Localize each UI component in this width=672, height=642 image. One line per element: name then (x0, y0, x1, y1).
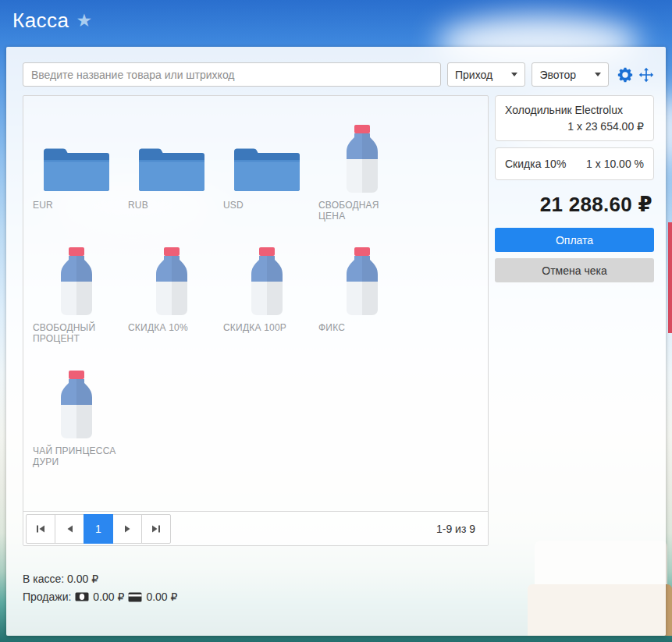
pagination-range: 1-9 из 9 (436, 523, 475, 535)
product-tile-usd[interactable]: USD (219, 104, 314, 226)
last-page-icon (151, 525, 161, 533)
product-tile-label: СВОБОДНАЯ ЦЕНА (318, 200, 406, 222)
pager-buttons: 1 (26, 514, 171, 544)
bottle-icon (318, 112, 406, 193)
product-tile-label: USD (223, 200, 311, 211)
pay-button[interactable]: Оплата (495, 228, 654, 252)
product-grid-panel: EUR RUB USD (23, 95, 489, 546)
content-row: EUR RUB USD (23, 95, 654, 546)
footer-info: В кассе: 0.00 ₽ Продажи: 0.00 ₽ 0.00 ₽ (23, 573, 654, 603)
cash-in-register-label: В кассе: 0.00 ₽ (23, 573, 98, 585)
product-tile-free-percent[interactable]: СВОБОДНЫЙ ПРОЦЕНТ (28, 226, 123, 349)
receipt-item-name: Скидка 10% (505, 158, 566, 170)
star-icon: ★ (76, 10, 93, 31)
device-select[interactable]: Эвотор (532, 62, 609, 87)
next-page-icon (124, 525, 131, 533)
first-page-button[interactable] (26, 514, 55, 544)
main-panel: Приход Эвотор (6, 47, 666, 636)
receipt-item-price: 1 x 23 654.00 ₽ (505, 120, 644, 133)
pagination-bar: 1 1-9 из 9 (23, 511, 488, 545)
operation-select[interactable]: Приход (447, 62, 525, 87)
cash-in-register-row: В кассе: 0.00 ₽ (23, 573, 654, 585)
product-tile-discount-10[interactable]: СКИДКА 10% (123, 226, 219, 349)
background-detail (668, 222, 672, 333)
product-tile-label: ЧАЙ ПРИНЦЕССА ДУРИ (33, 445, 120, 467)
folder-icon (223, 112, 311, 193)
device-select-value: Эвотор (539, 69, 576, 81)
toolbar-icons (617, 66, 654, 83)
product-tile-label: СКИДКА 10% (128, 322, 215, 333)
chevron-down-icon (595, 73, 601, 76)
receipt-total: 21 288.60 ₽ (495, 193, 652, 217)
product-tile-eur[interactable]: EUR (28, 104, 123, 226)
product-tile-label: ФИКС (318, 322, 406, 333)
next-page-button[interactable] (112, 514, 142, 544)
toolbar: Приход Эвотор (23, 62, 654, 87)
first-page-icon (36, 525, 45, 533)
product-grid: EUR RUB USD (23, 96, 488, 511)
folder-icon (33, 112, 120, 193)
sales-cash-value: 0.00 ₽ (93, 591, 124, 603)
receipt-panel: Холодильник Electrolux 1 x 23 654.00 ₽ С… (495, 95, 654, 546)
product-tile-label: СКИДКА 100Р (223, 322, 311, 333)
operation-select-value: Приход (455, 69, 492, 81)
receipt-item-price: 1 x 10.00 % (586, 158, 644, 170)
bottle-icon (33, 357, 120, 438)
product-tile-free-price[interactable]: СВОБОДНАЯ ЦЕНА (314, 104, 409, 226)
chevron-down-icon (511, 73, 517, 76)
app-title: Касса (12, 9, 69, 33)
gear-icon[interactable] (617, 66, 634, 83)
product-tile-fix[interactable]: ФИКС (314, 226, 409, 349)
product-tile-label: СВОБОДНЫЙ ПРОЦЕНТ (33, 322, 120, 344)
card-icon (128, 592, 142, 602)
receipt-item[interactable]: Скидка 10% 1 x 10.00 % (495, 147, 654, 180)
sales-label: Продажи: (23, 591, 71, 603)
last-page-button[interactable] (141, 514, 171, 544)
move-icon[interactable] (638, 67, 654, 83)
sales-card-value: 0.00 ₽ (146, 591, 177, 603)
product-tile-discount-100r[interactable]: СКИДКА 100Р (219, 226, 314, 349)
bottle-icon (223, 234, 311, 315)
prev-page-icon (66, 525, 73, 533)
prev-page-button[interactable] (55, 514, 84, 544)
cancel-receipt-button[interactable]: Отмена чека (495, 258, 654, 282)
product-tile-label: RUB (128, 200, 215, 211)
bottle-icon (128, 234, 215, 315)
cash-icon (75, 592, 89, 601)
receipt-item-name: Холодильник Electrolux (505, 104, 644, 116)
product-tile-label: EUR (33, 200, 120, 211)
product-tile-rub[interactable]: RUB (123, 104, 219, 226)
app-header: Касса ★ (0, 0, 672, 41)
sales-row: Продажи: 0.00 ₽ 0.00 ₽ (23, 591, 654, 603)
receipt-item[interactable]: Холодильник Electrolux 1 x 23 654.00 ₽ (495, 95, 654, 141)
page-1-button[interactable]: 1 (84, 514, 113, 544)
product-tile-tea[interactable]: ЧАЙ ПРИНЦЕССА ДУРИ (28, 349, 123, 472)
folder-icon (128, 112, 215, 193)
search-input[interactable] (23, 62, 441, 87)
bottle-icon (318, 234, 406, 315)
bottle-icon (33, 234, 120, 315)
